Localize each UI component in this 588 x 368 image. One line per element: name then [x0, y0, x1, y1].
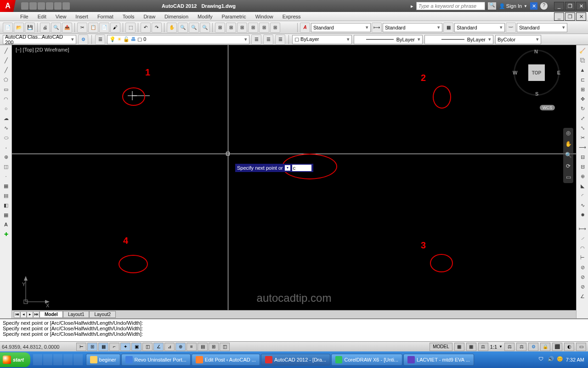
color-combo[interactable]: ▢ ByLayer▾	[292, 35, 352, 44]
ql-icon[interactable]	[33, 354, 42, 365]
ssm-button[interactable]: ⊞	[248, 23, 258, 33]
hatch-icon[interactable]: ▦	[1, 181, 11, 190]
insert-icon[interactable]: ⊕	[1, 152, 11, 161]
tab-first-icon[interactable]: ⏮	[14, 311, 20, 318]
scale-icon[interactable]: ⤢	[577, 114, 588, 123]
osnap-button[interactable]: ▣	[131, 343, 141, 351]
dyn-menu-icon[interactable]: ▾	[285, 165, 290, 171]
tray-icon[interactable]: 😊	[557, 356, 564, 363]
menu-view[interactable]: View	[56, 14, 67, 19]
annotation-scale[interactable]: 1:1	[490, 344, 497, 350]
menu-insert[interactable]: Insert	[75, 14, 88, 19]
layer-combo[interactable]: 💡 ☀ 🔓 🖶 ▢ 0▾	[107, 35, 249, 44]
dc-button[interactable]: ⊞	[226, 23, 236, 33]
menu-window[interactable]: Window	[255, 14, 273, 19]
gradient-icon[interactable]: ▤	[1, 191, 11, 200]
trim-icon[interactable]: ✂	[577, 133, 588, 142]
lwt-button[interactable]: ≡	[187, 343, 197, 351]
search-icon[interactable]: 🔍	[488, 2, 496, 10]
signin-button[interactable]: 👤 Sign In▼	[499, 3, 527, 9]
join-icon[interactable]: ⊕	[577, 172, 588, 181]
help-search-input[interactable]	[416, 2, 485, 10]
hardware-accel-icon[interactable]: ⬛	[552, 343, 562, 351]
taskbar-task[interactable]: Revo Uninstaller Port...	[121, 354, 191, 366]
doc-restore-icon[interactable]: ❐	[565, 12, 575, 21]
otrack-button[interactable]: ∠	[153, 343, 164, 351]
cleanscreen-icon[interactable]: ▭	[576, 343, 586, 351]
ortho-button[interactable]: ⌐	[109, 343, 119, 351]
menu-dimension[interactable]: Dimension	[164, 14, 188, 19]
menu-tools[interactable]: Tools	[123, 14, 135, 19]
toolbar-lock-icon[interactable]: 🔒	[540, 343, 550, 351]
text-style-combo[interactable]: Standard▾	[311, 23, 371, 32]
dim-arc-icon[interactable]: ◠	[577, 243, 588, 253]
command-line[interactable]: Specify next point or [Arc/Close/Halfwid…	[0, 318, 588, 341]
layeroff-button[interactable]: ☰	[275, 34, 285, 45]
viewcube-n[interactable]: N	[534, 49, 538, 54]
model-button[interactable]: MODEL	[430, 343, 452, 351]
point-icon[interactable]: ·	[1, 172, 11, 181]
taskbar-task[interactable]: CorelDRAW X6 - [Unti...	[331, 354, 402, 366]
help-icon[interactable]: ?	[540, 2, 548, 10]
move-icon[interactable]: ✥	[577, 94, 588, 104]
quickview-drawings-icon[interactable]: ▦	[466, 343, 476, 351]
tray-icon[interactable]: 🔊	[548, 356, 555, 363]
undo-icon[interactable]	[46, 2, 53, 10]
redo-icon[interactable]	[54, 2, 62, 10]
table-icon[interactable]: ▦	[1, 210, 11, 219]
zoom-prev-button[interactable]: 🔍	[200, 23, 210, 33]
markup-button[interactable]: ⊞	[259, 23, 269, 33]
fillet-icon[interactable]: ◜	[577, 191, 588, 200]
coordinates-readout[interactable]: 64.9359, 44.8312, 0.0000	[2, 344, 75, 350]
layeriso-button[interactable]: ☰	[251, 34, 261, 45]
table-style-combo[interactable]: Standard▾	[454, 23, 505, 32]
plot-icon[interactable]	[62, 2, 70, 10]
menu-express[interactable]: Express	[283, 14, 301, 19]
save-icon[interactable]	[38, 2, 45, 10]
explode-icon[interactable]: ✸	[577, 210, 588, 219]
pan-button[interactable]: ✋	[167, 23, 177, 33]
dim-ord-icon[interactable]: ⊢	[577, 253, 588, 262]
exchange-icon[interactable]: ✕	[530, 2, 537, 10]
tab-next-icon[interactable]: ▸	[27, 311, 33, 318]
break-pt-icon[interactable]: ⊟	[577, 152, 588, 161]
qp-button[interactable]: ⊞	[209, 343, 219, 351]
start-button[interactable]: start	[0, 352, 30, 367]
blend-icon[interactable]: ∿	[577, 201, 588, 210]
restore-icon[interactable]: ❐	[565, 2, 575, 10]
rotate-icon[interactable]: ↻	[577, 104, 588, 113]
grid-button[interactable]: ▦	[98, 343, 108, 351]
polygon-icon[interactable]: ⬠	[1, 75, 11, 84]
viewcube-w[interactable]: W	[513, 70, 517, 75]
menu-modify[interactable]: Modify	[198, 14, 212, 19]
viewport-label[interactable]: [−] [Top] [2D Wireframe]	[16, 47, 69, 52]
preview-button[interactable]: 🔍	[51, 23, 61, 33]
blockeditor-button[interactable]: ⬚	[125, 23, 136, 33]
mlstyle-icon[interactable]: 〰	[506, 23, 516, 33]
annoscale-icon[interactable]: ⚖	[478, 343, 488, 351]
dyn-button[interactable]: ⊕	[175, 343, 186, 351]
undo-button[interactable]: ↶	[141, 23, 151, 33]
mtext-icon[interactable]: A	[1, 220, 11, 229]
nav-show-icon[interactable]: ▭	[565, 174, 572, 181]
tablestyle-icon[interactable]: ▦	[443, 23, 453, 33]
rect-icon[interactable]: ▭	[1, 85, 11, 94]
tab-model[interactable]: Model	[40, 311, 63, 318]
dimstyle-icon[interactable]: ⟼	[372, 23, 382, 33]
taskbar-task[interactable]: LACVIET - mtd9 EVA ...	[403, 354, 474, 366]
tab-layout1[interactable]: Layout1	[63, 311, 90, 318]
lineweight-combo[interactable]: ByLayer▾	[424, 35, 493, 44]
ql-icon[interactable]	[43, 354, 52, 365]
zoom-rt-button[interactable]: 🔍	[178, 23, 188, 33]
spline-icon[interactable]: ∿	[1, 123, 11, 132]
quickview-layouts-icon[interactable]: ▦	[454, 343, 464, 351]
tp-button[interactable]: ⊞	[237, 23, 247, 33]
dim-ang-icon[interactable]: ∠	[577, 292, 588, 301]
app-logo[interactable]: A	[0, 0, 16, 12]
open-icon[interactable]	[29, 2, 37, 10]
sc-button[interactable]: ◫	[220, 343, 230, 351]
annoauto-icon[interactable]: ⚖	[516, 343, 526, 351]
tab-prev-icon[interactable]: ◂	[20, 311, 27, 318]
print-button[interactable]: 🖨	[40, 23, 50, 33]
line-icon[interactable]: ╱	[1, 46, 11, 55]
